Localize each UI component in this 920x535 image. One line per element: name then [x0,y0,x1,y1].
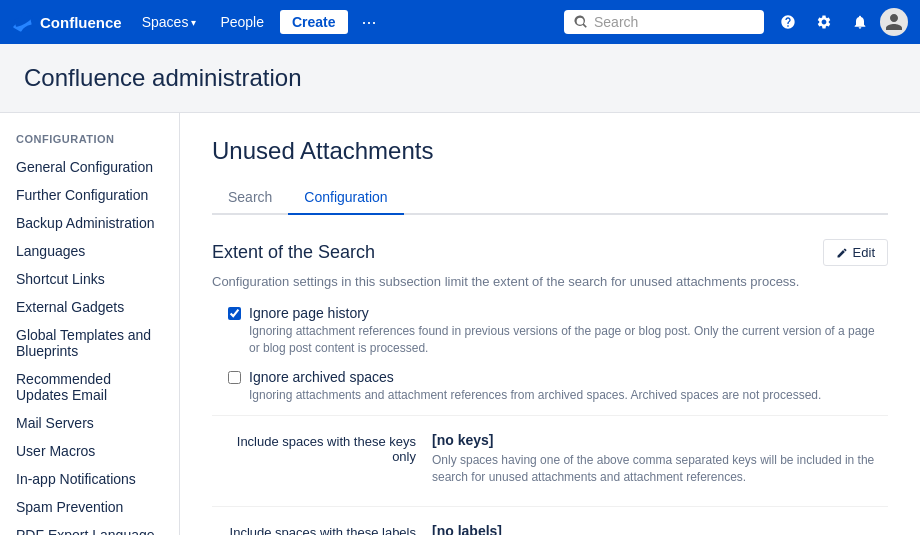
sidebar-item-backup-administration[interactable]: Backup Administration [0,209,179,237]
config-row-keys: Include spaces with these keys only [no … [212,415,888,486]
sidebar-item-languages[interactable]: Languages [0,237,179,265]
sidebar-item-general-configuration[interactable]: General Configuration [0,153,179,181]
tab-configuration[interactable]: Configuration [288,181,403,215]
config-row-labels-value: [no labels] [432,523,888,535]
sidebar-item-shortcut-links[interactable]: Shortcut Links [0,265,179,293]
config-row-keys-desc: Only spaces having one of the above comm… [432,452,888,486]
section-title: Extent of the Search [212,242,375,263]
ignore-archived-spaces-checkbox[interactable] [228,371,241,384]
spaces-nav[interactable]: Spaces ▾ [134,10,205,34]
logo[interactable]: Confluence [12,11,122,33]
people-nav[interactable]: People [212,10,272,34]
tabs: Search Configuration [212,181,888,215]
sidebar-item-inapp-notifications[interactable]: In-app Notifications [0,465,179,493]
ignore-archived-spaces-label: Ignore archived spaces [249,369,821,385]
checkbox-row-page-history: Ignore page history Ignoring attachment … [212,305,888,357]
content-title: Unused Attachments [212,137,888,165]
search-box[interactable]: Search [564,10,764,34]
config-row-keys-label: Include spaces with these keys only [212,432,432,464]
help-icon [780,14,796,30]
logo-text: Confluence [40,14,122,31]
sidebar-item-mail-servers[interactable]: Mail Servers [0,409,179,437]
sidebar-section-label: CONFIGURATION [0,133,179,153]
config-row-keys-value: [no keys] [432,432,888,448]
sidebar-item-user-macros[interactable]: User Macros [0,437,179,465]
config-row-keys-content: [no keys] Only spaces having one of the … [432,432,888,486]
gear-icon [816,14,832,30]
ignore-page-history-label: Ignore page history [249,305,888,321]
section-description: Configuration settings in this subsectio… [212,274,888,289]
user-avatar[interactable] [880,8,908,36]
nav-icons [772,6,908,38]
page-title: Confluence administration [24,64,896,92]
main-layout: CONFIGURATION General Configuration Furt… [0,113,920,535]
spaces-chevron-icon: ▾ [191,17,196,28]
ignore-archived-spaces-desc: Ignoring attachments and attachment refe… [249,387,821,404]
ignore-page-history-desc: Ignoring attachment references found in … [249,323,888,357]
sidebar-item-recommended-updates[interactable]: Recommended Updates Email [0,365,179,409]
sidebar-item-global-templates[interactable]: Global Templates and Blueprints [0,321,179,365]
create-button[interactable]: Create [280,10,348,34]
tab-search[interactable]: Search [212,181,288,215]
avatar-icon [884,12,904,32]
search-placeholder: Search [594,14,638,30]
more-button[interactable]: ··· [356,10,383,35]
section-header: Extent of the Search Edit [212,239,888,266]
edit-icon [836,247,848,259]
sidebar-item-pdf-export[interactable]: PDF Export Language Support [0,521,179,535]
edit-label: Edit [853,245,875,260]
config-row-labels-content: [no labels] Only spaces having at least … [432,523,888,535]
ignore-page-history-checkbox[interactable] [228,307,241,320]
page-header: Confluence administration [0,44,920,113]
config-row-labels: Include spaces with these labels only [n… [212,506,888,535]
edit-button[interactable]: Edit [823,239,888,266]
config-row-labels-label: Include spaces with these labels only [212,523,432,535]
bell-icon [852,14,868,30]
checkbox-row-archived-spaces: Ignore archived spaces Ignoring attachme… [212,369,888,404]
settings-button[interactable] [808,6,840,38]
sidebar-item-spam-prevention[interactable]: Spam Prevention [0,493,179,521]
sidebar-item-external-gadgets[interactable]: External Gadgets [0,293,179,321]
sidebar: CONFIGURATION General Configuration Furt… [0,113,180,535]
search-icon [574,15,588,29]
confluence-logo-icon [12,11,34,33]
main-content: Unused Attachments Search Configuration … [180,113,920,535]
sidebar-item-further-configuration[interactable]: Further Configuration [0,181,179,209]
help-button[interactable] [772,6,804,38]
top-nav: Confluence Spaces ▾ People Create ··· Se… [0,0,920,44]
notifications-button[interactable] [844,6,876,38]
